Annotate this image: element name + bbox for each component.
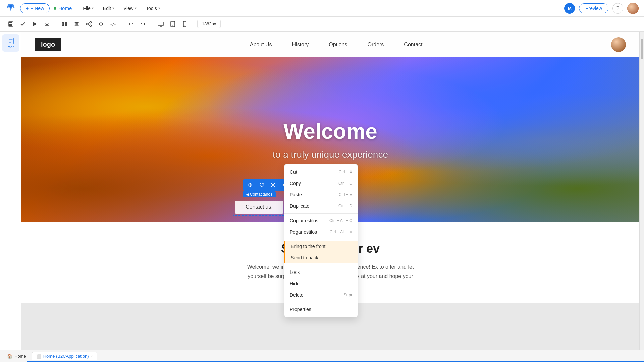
hide-label: Hide (290, 281, 300, 286)
connect-tool-button[interactable] (84, 19, 94, 29)
grid-tool-button[interactable] (59, 19, 70, 29)
cta-button-wrapper: Contact us! (233, 199, 285, 216)
duplicate-label: Duplicate (290, 203, 309, 209)
close-tab-icon[interactable]: × (91, 354, 93, 358)
hero-subtitle-text: to a truly unique experience (273, 149, 388, 160)
redo-icon: ↪ (141, 21, 145, 27)
edit-menu[interactable]: Edit ▾ (100, 4, 117, 12)
preview-label: Preview (585, 6, 602, 11)
user-avatar[interactable] (627, 3, 639, 14)
rotate-tool-icon[interactable] (257, 180, 266, 190)
canvas-width-display[interactable]: 1382px (197, 20, 221, 28)
svg-rect-8 (65, 24, 67, 26)
bottom-tab-home[interactable]: 🏠 Home (3, 352, 31, 360)
svg-rect-5 (62, 22, 64, 24)
view-label: View (123, 6, 133, 11)
separator (194, 20, 194, 28)
cta-area: ◀ Contactanos Contact us! (233, 191, 285, 216)
contact-us-button[interactable]: Contact us! (235, 201, 283, 214)
properties-label: Properties (290, 307, 311, 312)
desktop-view-button[interactable] (155, 19, 166, 29)
context-duplicate[interactable]: Duplicate Ctrl + D (284, 200, 358, 212)
mobile-view-button[interactable] (179, 19, 190, 29)
nav-links: About Us History Options Orders Contact (250, 42, 423, 48)
context-copy-styles[interactable]: Copiar estilos Ctrl + Alt + C (284, 215, 358, 226)
context-lock[interactable]: Lock (284, 266, 358, 278)
canvas-area: logo About Us History Options Orders Con… (21, 32, 644, 350)
topbar: + + New Home File ▾ Edit ▾ View ▾ Tools … (0, 0, 644, 17)
app-logo-icon[interactable] (5, 3, 16, 14)
toolbar: </> ↩ ↪ 1382px (0, 17, 644, 32)
scroll-thumb[interactable] (641, 39, 643, 59)
ia-button[interactable]: IA (564, 3, 575, 14)
home-tab[interactable]: Home (54, 5, 72, 11)
context-send-to-back[interactable]: Send to back (284, 252, 358, 263)
copy-styles-shortcut: Ctrl + Alt + C (329, 218, 352, 223)
nav-link-about-us[interactable]: About Us (250, 42, 272, 48)
context-properties[interactable]: Properties (284, 304, 358, 315)
cut-shortcut: Ctrl + X (339, 170, 352, 174)
b2c-tab-label: Home (B2CApplication) (43, 354, 89, 359)
home-label: Home (58, 5, 72, 11)
svg-text:</>: </> (110, 23, 116, 26)
chevron-down-icon: ▾ (135, 6, 137, 10)
tools-menu[interactable]: Tools ▾ (143, 4, 163, 12)
code-block-tool-button[interactable] (96, 19, 106, 29)
new-label: + New (31, 6, 44, 11)
site-user-avatar (611, 37, 626, 52)
nav-link-history[interactable]: History (292, 42, 309, 48)
scrollbar[interactable] (639, 32, 644, 350)
context-paste-styles[interactable]: Pegar estilos Ctrl + Alt + V (284, 226, 358, 238)
move-tool-icon[interactable] (246, 180, 255, 190)
chevron-down-icon: ▾ (92, 6, 94, 10)
context-menu: Cut Ctrl + X Copy Ctrl + C Paste Ctrl + … (284, 164, 358, 317)
context-copy[interactable]: Copy Ctrl + C (284, 178, 358, 189)
file-menu[interactable]: File ▾ (80, 4, 96, 12)
check-tool-button[interactable] (17, 19, 28, 29)
sidebar-item-page[interactable]: Page (2, 34, 19, 52)
view-menu[interactable]: View ▾ (121, 4, 139, 12)
edit-label: Edit (103, 6, 111, 11)
chevron-down-icon: ▾ (158, 6, 160, 10)
new-button[interactable]: + + New (20, 3, 50, 13)
context-hide[interactable]: Hide (284, 278, 358, 289)
separator (56, 20, 56, 28)
copy-styles-label: Copiar estilos (290, 218, 318, 223)
svg-marker-4 (33, 22, 37, 26)
nav-link-contact[interactable]: Contact (404, 42, 422, 48)
help-button[interactable]: ? (612, 3, 623, 14)
svg-point-17 (184, 25, 185, 26)
page-tab-icon: ⬜ (36, 354, 41, 359)
question-mark-icon: ? (616, 5, 620, 11)
duplicate-shortcut: Ctrl + D (338, 204, 352, 208)
svg-point-15 (172, 25, 173, 26)
svg-rect-7 (62, 24, 64, 26)
svg-rect-3 (9, 24, 12, 26)
html-tool-button[interactable]: </> (108, 19, 118, 29)
preview-button[interactable]: Preview (579, 3, 608, 13)
context-delete[interactable]: Delete Supr (284, 289, 358, 301)
file-label: File (83, 6, 91, 11)
home-tab-label: Home (14, 354, 26, 359)
context-cut[interactable]: Cut Ctrl + X (284, 166, 358, 178)
copy-shortcut: Ctrl + C (338, 181, 352, 186)
play-tool-button[interactable] (30, 19, 40, 29)
paste-shortcut: Ctrl + V (339, 192, 352, 197)
nav-link-orders[interactable]: Orders (367, 42, 384, 48)
cut-label: Cut (290, 169, 297, 175)
sidebar-page-label: Page (7, 45, 14, 49)
tablet-view-button[interactable] (167, 19, 178, 29)
delete-shortcut: Supr (344, 293, 352, 297)
save-tool-button[interactable] (5, 19, 16, 29)
main-area: Page logo About Us History Options Order… (0, 32, 644, 350)
export-tool-button[interactable] (42, 19, 52, 29)
hero-title: Welcome (283, 119, 377, 144)
undo-button[interactable]: ↩ (125, 19, 136, 29)
bottom-tab-b2c[interactable]: ⬜ Home (B2CApplication) × (32, 352, 97, 360)
settings-tool-icon[interactable] (268, 180, 278, 190)
nav-link-options[interactable]: Options (329, 42, 347, 48)
context-bring-to-front[interactable]: Bring to the front (284, 241, 358, 252)
layers-tool-button[interactable] (71, 19, 82, 29)
redo-button[interactable]: ↪ (138, 19, 148, 29)
context-paste[interactable]: Paste Ctrl + V (284, 189, 358, 200)
